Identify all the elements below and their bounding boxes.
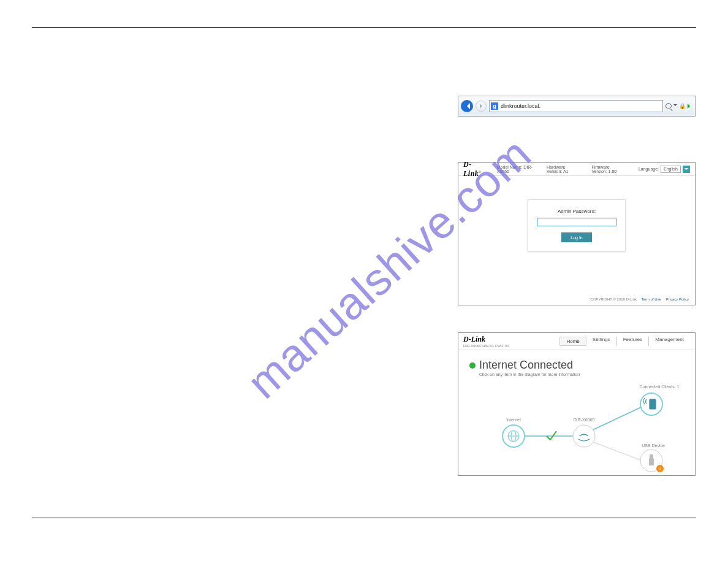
firmware-version: Firmware Version: 1.00 <box>591 165 625 174</box>
dropdown-caret-icon[interactable] <box>673 104 677 108</box>
tab-features[interactable]: Features <box>617 337 650 346</box>
password-input[interactable] <box>537 218 616 226</box>
brand-logo: D-Link <box>463 160 483 178</box>
hardware-version: Hardware Version: A1 <box>547 165 578 174</box>
screenshot-login: D-Link Model Name: DIR-X6060 Hardware Ve… <box>458 162 696 305</box>
lock-icon: 🔒 <box>679 103 686 109</box>
clients-label: Connected Clients: 1 <box>640 385 680 389</box>
tab-home[interactable]: Home <box>559 337 586 346</box>
topology-diagram: Internet DIR-X6060 Connected Clients: 1 <box>458 375 696 476</box>
brand-sub: DIR-X6060 HW:A1 FW:1.00 <box>463 344 509 348</box>
screenshot-address-bar: g dlinkrouter.local. 🔒 <box>458 96 696 117</box>
router-node[interactable] <box>573 425 595 447</box>
rule-top <box>32 27 696 28</box>
svg-rect-6 <box>650 399 656 409</box>
tab-settings[interactable]: Settings <box>586 337 617 346</box>
login-button[interactable]: Log In <box>561 232 592 242</box>
back-button-icon[interactable] <box>461 100 473 112</box>
address-field[interactable]: g dlinkrouter.local. <box>489 100 663 112</box>
privacy-link[interactable]: Privacy Policy <box>666 297 689 301</box>
usb-icon <box>649 454 654 465</box>
terms-link[interactable]: Term of Use <box>642 297 661 301</box>
status-dot-icon <box>469 362 476 369</box>
screenshot-dashboard: D-Link DIR-X6060 HW:A1 FW:1.00 Home Sett… <box>458 332 696 476</box>
password-label: Admin Password: <box>537 209 616 214</box>
login-panel: Admin Password: Log In <box>528 199 626 251</box>
brand-logo: D-Link <box>463 335 509 344</box>
tab-management[interactable]: Management <box>649 337 690 346</box>
router-label: DIR-X6060 <box>574 418 595 422</box>
internet-label: Internet <box>506 418 521 422</box>
svg-rect-8 <box>649 458 654 465</box>
svg-line-2 <box>590 441 642 461</box>
language-select[interactable]: English <box>661 166 681 173</box>
language-dropdown-icon[interactable] <box>683 166 690 173</box>
forward-button-icon[interactable] <box>476 101 487 112</box>
search-icon[interactable] <box>665 103 672 109</box>
address-url: dlinkrouter.local. <box>501 103 540 109</box>
svg-line-1 <box>590 407 642 431</box>
language-label: Language: <box>639 167 659 171</box>
search-engine-icon: g <box>491 102 498 110</box>
usb-label: USB Device <box>642 443 665 448</box>
go-icon[interactable] <box>688 104 692 109</box>
model-name: Model Name: DIR-X6060 <box>497 165 533 174</box>
rule-bottom <box>32 518 696 518</box>
copyright-text: COPYRIGHT © 2019 D-Link <box>590 297 637 301</box>
svg-rect-7 <box>650 454 653 458</box>
alert-badge-text: ! <box>659 466 661 472</box>
status-title: Internet Connected <box>479 359 573 372</box>
